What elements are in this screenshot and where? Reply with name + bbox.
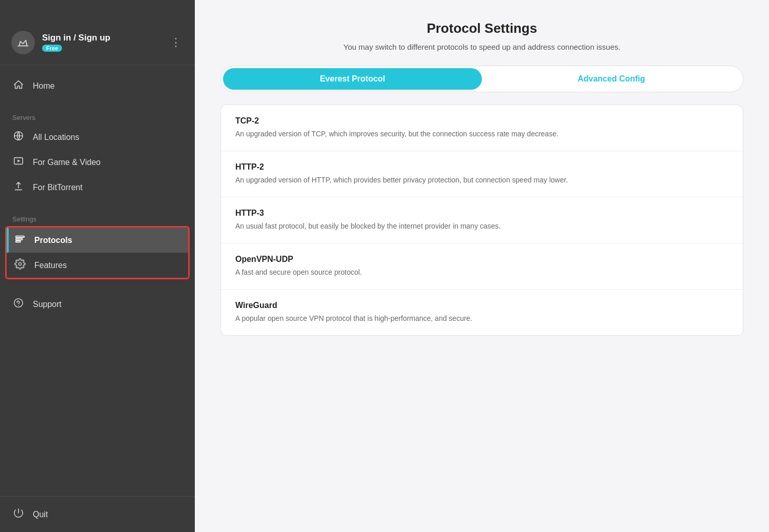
protocol-card-openvpn-udp[interactable]: OpenVPN-UDP A fast and secure open sourc… (221, 243, 743, 290)
nav-servers-section: Servers All Locations For Game & Video F… (0, 103, 195, 204)
sidebar-item-features[interactable]: Features (7, 253, 188, 278)
sidebar-item-game-video[interactable]: For Game & Video (0, 150, 195, 175)
user-info: Sign in / Sign up Free (42, 33, 161, 52)
protocol-card-http2[interactable]: HTTP-2 An upgraded version of HTTP, whic… (221, 151, 743, 197)
sidebar-item-support[interactable]: Support (0, 292, 195, 317)
protocol-name-http2: HTTP-2 (235, 162, 728, 172)
protocol-list: TCP-2 An upgraded version of TCP, which … (220, 105, 743, 336)
support-icon (12, 297, 25, 311)
sidebar-item-bittorrent-label: For BitTorrent (33, 183, 83, 192)
protocol-desc-http3: An usual fast protocol, but easily be bl… (235, 221, 728, 232)
upload-icon (12, 180, 25, 194)
sidebar-item-quit-label: Quit (33, 510, 48, 519)
settings-highlight-box: Protocols Features (5, 226, 190, 279)
protocol-card-tcp2[interactable]: TCP-2 An upgraded version of TCP, which … (221, 105, 743, 151)
user-badge: Free (42, 45, 62, 52)
user-name: Sign in / Sign up (42, 33, 161, 43)
protocol-card-wireguard[interactable]: WireGuard A popular open source VPN prot… (221, 290, 743, 335)
nav-support-section: Support (0, 283, 195, 321)
page-subtitle: You may switch to different protocols to… (220, 43, 743, 51)
play-icon (12, 155, 25, 169)
tab-advanced-config[interactable]: Advanced Config (482, 68, 741, 90)
svg-rect-5 (16, 241, 21, 242)
globe-icon (12, 130, 25, 144)
sidebar: Sign in / Sign up Free ⋮ Home Servers Al… (0, 0, 195, 532)
nav-settings-section: Settings Protocols Features (0, 204, 195, 283)
protocol-name-openvpn-udp: OpenVPN-UDP (235, 255, 728, 264)
svg-point-7 (14, 299, 23, 308)
power-icon (12, 507, 25, 521)
main-content: Protocol Settings You may switch to diff… (195, 0, 769, 532)
sidebar-item-features-label: Features (34, 261, 67, 270)
user-section[interactable]: Sign in / Sign up Free ⋮ (0, 21, 195, 65)
tab-switcher: Everest Protocol Advanced Config (220, 66, 743, 92)
protocol-card-http3[interactable]: HTTP-3 An usual fast protocol, but easil… (221, 197, 743, 243)
sidebar-item-all-locations[interactable]: All Locations (0, 125, 195, 150)
sidebar-item-support-label: Support (33, 300, 62, 309)
sidebar-item-home-label: Home (33, 81, 55, 91)
settings-section-label: Settings (0, 212, 195, 226)
sidebar-item-game-video-label: For Game & Video (33, 158, 100, 167)
svg-rect-3 (16, 236, 25, 238)
nav-home-section: Home (0, 65, 195, 103)
page-title: Protocol Settings (220, 21, 743, 36)
protocol-desc-http2: An upgraded version of HTTP, which provi… (235, 175, 728, 186)
protocol-name-wireguard: WireGuard (235, 301, 728, 310)
gear-icon (14, 258, 26, 272)
protocol-name-http3: HTTP-3 (235, 209, 728, 218)
svg-rect-4 (16, 238, 23, 240)
sidebar-item-bittorrent[interactable]: For BitTorrent (0, 175, 195, 200)
protocol-desc-tcp2: An upgraded version of TCP, which improv… (235, 129, 728, 139)
tab-everest-protocol[interactable]: Everest Protocol (223, 68, 482, 90)
sidebar-item-quit[interactable]: Quit (0, 502, 195, 527)
protocol-desc-wireguard: A popular open source VPN protocol that … (235, 313, 728, 324)
sidebar-item-protocols[interactable]: Protocols (7, 228, 188, 253)
sidebar-item-all-locations-label: All Locations (33, 133, 79, 142)
sidebar-bottom: Quit (0, 496, 195, 532)
svg-marker-2 (17, 159, 21, 162)
avatar (11, 31, 35, 54)
menu-dots-button[interactable]: ⋮ (168, 34, 184, 51)
sidebar-item-home[interactable]: Home (0, 73, 195, 98)
sidebar-item-protocols-label: Protocols (34, 236, 72, 245)
protocols-icon (14, 233, 26, 247)
protocol-desc-openvpn-udp: A fast and secure open source protocol. (235, 267, 728, 278)
protocol-name-tcp2: TCP-2 (235, 116, 728, 126)
home-icon (12, 79, 25, 93)
svg-point-6 (18, 262, 22, 265)
servers-section-label: Servers (0, 111, 195, 125)
